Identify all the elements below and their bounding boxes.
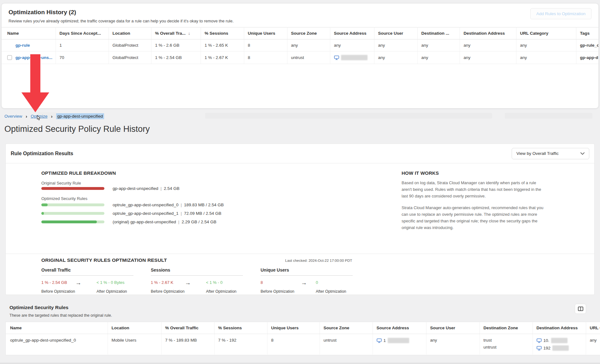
cell-unique-users: 8 xyxy=(244,39,287,51)
bar-label: (original) gp-app-dest-unspecified|2.29 … xyxy=(113,220,216,224)
card-header: Rule Optimization Results View by Overal… xyxy=(6,144,594,163)
column-header-destination[interactable]: Destination ... xyxy=(417,27,460,39)
column-header-sessions[interactable]: % Sessions xyxy=(214,322,267,334)
column-header-source-user[interactable]: Source User xyxy=(374,27,417,39)
cell-destination: any xyxy=(417,39,460,51)
bar-rule-name: optrule_gp-app-dest-unspecified_0 xyxy=(113,203,179,207)
redacted-address xyxy=(552,345,569,351)
traffic-bar xyxy=(41,220,104,223)
cell-unique-users: 8 xyxy=(244,51,287,64)
column-header-destination-address[interactable]: Destination Address xyxy=(532,322,586,334)
optimized-rule-bar-row: optrule_gp-app-dest-unspecified_1|72.09 … xyxy=(41,211,221,216)
column-header-url-category[interactable]: URL Category xyxy=(516,27,576,39)
optimized-security-rules-title: Optimized Security Rules xyxy=(9,305,68,310)
column-header-location[interactable]: Location xyxy=(108,322,161,334)
column-header-source-address[interactable]: Source Address xyxy=(373,322,426,334)
cell-overall-traffic: 1 % - 2.54 GB xyxy=(151,51,201,64)
column-header-sessions[interactable]: % Sessions xyxy=(201,27,244,39)
traffic-bar-fill xyxy=(41,220,97,223)
destination-zone: trust xyxy=(484,338,529,343)
table-row: gp-rule 1 GlobalProtect 1 % - 2.6 GB 1 %… xyxy=(2,39,599,51)
destination-zone: untrust xyxy=(484,345,529,349)
row-checkbox[interactable] xyxy=(7,55,12,60)
column-header-source-address[interactable]: Source Address xyxy=(330,27,374,39)
column-header-unique-users[interactable]: Unique Users xyxy=(244,27,287,39)
cell-source-zone: untrust xyxy=(287,51,330,64)
metric-name: Overall Traffic xyxy=(41,267,133,273)
add-rules-to-optimization-button[interactable]: Add Rules to Optimization xyxy=(530,8,591,19)
cell-source-address xyxy=(330,51,374,64)
bar-pipe: | xyxy=(179,203,184,207)
cell-sessions: 1 % - 2.67 K xyxy=(201,51,244,64)
column-header-name[interactable]: Name xyxy=(2,27,56,39)
after-value: < 1 % - 0 xyxy=(206,280,222,285)
monitor-icon xyxy=(334,56,339,60)
how-it-works-heading: HOW IT WORKS xyxy=(402,170,439,176)
monitor-icon xyxy=(377,338,382,343)
bar-rule-name: (original) gp-app-dest-unspecified xyxy=(113,220,176,224)
cell-sessions: 7 % - 192 xyxy=(214,334,267,355)
before-value: 8 xyxy=(261,280,263,285)
arrow-right-icon: → xyxy=(185,279,191,286)
after-label: After Optmization xyxy=(97,289,127,294)
blurred-background-remnant xyxy=(205,113,492,119)
bar-rule-value: 72.09 MB / 2.54 GB xyxy=(184,211,221,216)
cell-source-address: any xyxy=(330,39,374,51)
monitor-icon xyxy=(537,338,542,343)
column-header-days-since[interactable]: Days Since Accept... xyxy=(56,27,109,39)
traffic-bar xyxy=(41,187,104,190)
cell-url-category: any xyxy=(516,39,576,51)
bar-rule-name: optrule_gp-app-dest-unspecified_1 xyxy=(113,211,179,216)
bar-label: gp-app-dest-unspecified|2.54 GB xyxy=(113,186,179,191)
optimized-rule-bar-row: (original) gp-app-dest-unspecified|2.29 … xyxy=(41,220,216,224)
column-header-source-user[interactable]: Source User xyxy=(426,322,479,334)
cell-source-address: 1 xyxy=(373,334,426,355)
before-value: 1 % - 2.67 K xyxy=(151,280,174,285)
cell-days-since: 70 xyxy=(56,51,109,64)
column-header-unique-users[interactable]: Unique Users xyxy=(267,322,320,334)
cell-destination-address: 10. 192 xyxy=(532,334,586,355)
cursor-icon xyxy=(36,115,41,121)
sort-descending-icon: ↓ xyxy=(188,31,190,36)
column-header-destination-zone[interactable]: Destination Zone xyxy=(479,322,532,334)
traffic-bar-fill xyxy=(41,212,44,215)
redacted-address xyxy=(388,338,409,343)
before-value: 1 % - 2.54 GB xyxy=(41,280,67,285)
cell-source-user: any xyxy=(374,51,417,64)
rule-link[interactable]: gp-rule xyxy=(15,43,30,48)
cell-days-since: 1 xyxy=(56,39,109,51)
column-header-overall-traffic[interactable]: % Overall Tra...↓ xyxy=(151,27,201,39)
optimization-history-header: Optimization History (2) Review rules yo… xyxy=(2,3,598,26)
view-by-dropdown[interactable]: View by Overall Traffic xyxy=(512,148,589,159)
breadcrumb-current-item: gp-app-dest-unspecified xyxy=(56,113,104,119)
red-arrow-head xyxy=(21,92,49,112)
column-header-overall-traffic[interactable]: % Overall Traffic xyxy=(161,322,214,334)
breadcrumb-overview-link[interactable]: Overview xyxy=(4,114,22,119)
column-header-tags[interactable]: Tags xyxy=(576,27,599,39)
cell-source-zone: any xyxy=(287,39,330,51)
columns-icon xyxy=(578,307,583,311)
column-header-name[interactable]: Name xyxy=(6,322,108,334)
column-header-destination-address[interactable]: Destination Address xyxy=(460,27,516,39)
bar-pipe: | xyxy=(176,220,182,224)
how-it-works-paragraph: Based on log data, Strata Cloud Manager … xyxy=(402,179,547,199)
cell-source-user: any xyxy=(426,334,479,355)
column-header-url-category[interactable]: URL Category xyxy=(586,322,600,334)
traffic-bar xyxy=(41,203,104,206)
column-header-overall-traffic-label: % Overall Tra... xyxy=(155,31,186,36)
bar-pipe: | xyxy=(158,186,164,191)
how-it-works-paragraph: Strata Cloud Manager auto-generates opti… xyxy=(402,204,547,231)
column-header-location[interactable]: Location xyxy=(109,27,151,39)
column-settings-button[interactable] xyxy=(575,304,586,314)
chevron-down-icon xyxy=(580,152,585,155)
optimization-history-panel: Optimization History (2) Review rules yo… xyxy=(1,3,599,109)
column-header-source-zone[interactable]: Source Zone xyxy=(287,27,330,39)
bar-pipe: | xyxy=(179,211,184,216)
bar-rule-value: 2.29 GB / 2.54 GB xyxy=(182,220,216,224)
column-header-source-zone[interactable]: Source Zone xyxy=(320,322,373,334)
cell-overall-traffic: 1 % - 2.6 GB xyxy=(151,39,201,51)
cell-tags: gp-app-d xyxy=(576,51,599,64)
table-row: gp-app-dest-uns... 70 GlobalProtect 1 % … xyxy=(2,51,599,64)
cell-source-user: any xyxy=(374,39,417,51)
traffic-bar-fill xyxy=(41,187,104,190)
